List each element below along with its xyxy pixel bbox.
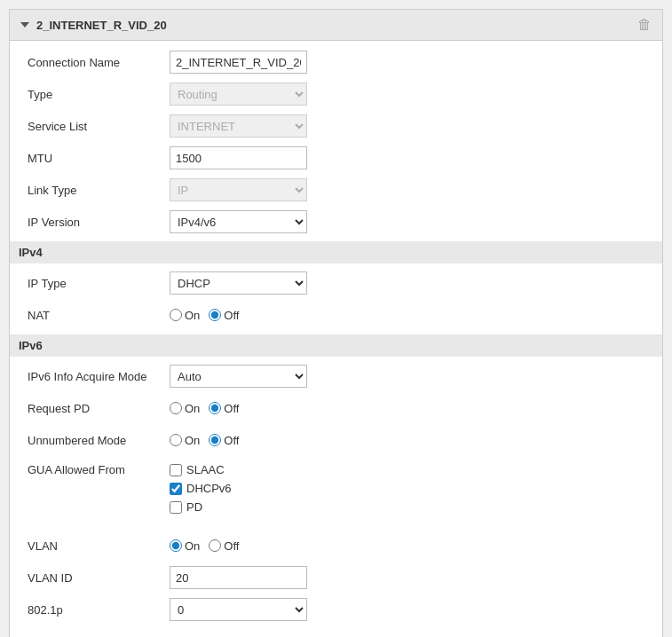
unnumbered-on-label[interactable]: On bbox=[170, 434, 200, 447]
connection-name-input[interactable] bbox=[170, 51, 307, 74]
link-type-select[interactable]: IP bbox=[170, 178, 307, 201]
dot1p-row: 802.1p 0 1 2 3 4 5 6 7 bbox=[28, 597, 644, 622]
unnumbered-mode-radio-group: On Off bbox=[170, 434, 239, 447]
ipv6-acquire-row: IPv6 Info Acquire Mode Auto Manual bbox=[28, 364, 644, 389]
service-list-label: Service List bbox=[28, 120, 170, 133]
type-row: Type Routing bbox=[28, 82, 644, 106]
section-header: 2_INTERNET_R_VID_20 🗑 bbox=[10, 10, 662, 41]
service-list-select[interactable]: INTERNET bbox=[170, 114, 307, 138]
ip-version-select[interactable]: IPv4/v6 IPv4 IPv6 bbox=[170, 210, 307, 233]
vlan-label: VLAN bbox=[28, 539, 170, 553]
vlan-id-input[interactable] bbox=[170, 566, 307, 589]
unnumbered-mode-row: Unnumbered Mode On Off bbox=[28, 428, 644, 452]
gua-allowed-label: GUA Allowed From bbox=[28, 463, 170, 476]
type-label: Type bbox=[28, 88, 170, 101]
nat-off-radio[interactable] bbox=[209, 309, 221, 321]
mtu-input[interactable] bbox=[170, 146, 307, 169]
section-title: 2_INTERNET_R_VID_20 bbox=[36, 19, 167, 32]
type-select[interactable]: Routing bbox=[170, 83, 307, 106]
request-pd-on-radio[interactable] bbox=[170, 402, 182, 414]
request-pd-row: Request PD On Off bbox=[28, 396, 644, 421]
gua-pd-label[interactable]: PD bbox=[170, 500, 232, 514]
ip-version-row: IP Version IPv4/v6 IPv4 IPv6 bbox=[28, 209, 644, 234]
vlan-radio-group: On Off bbox=[170, 539, 239, 553]
gua-allowed-options: SLAAC DHCPv6 PD bbox=[170, 463, 232, 519]
gua-allowed-row: GUA Allowed From SLAAC DHCPv6 PD bbox=[28, 460, 644, 519]
ipv4-section-header: IPv4 bbox=[10, 241, 662, 263]
form-body: Connection Name Type Routing Service Lis… bbox=[10, 41, 662, 637]
connection-name-row: Connection Name bbox=[28, 50, 644, 75]
connection-name-label: Connection Name bbox=[28, 56, 170, 69]
link-type-row: Link Type IP bbox=[28, 177, 644, 202]
request-pd-label: Request PD bbox=[28, 402, 170, 415]
mtu-label: MTU bbox=[28, 152, 170, 165]
nat-off-label[interactable]: Off bbox=[209, 309, 239, 322]
vlan-off-radio[interactable] bbox=[209, 539, 221, 552]
vlan-off-label[interactable]: Off bbox=[209, 539, 239, 553]
mtu-row: MTU bbox=[28, 145, 644, 170]
vlan-on-radio[interactable] bbox=[170, 539, 182, 552]
nat-on-radio[interactable] bbox=[170, 309, 182, 321]
nat-radio-group: On Off bbox=[170, 309, 239, 322]
vlan-id-label: VLAN ID bbox=[28, 571, 170, 585]
ipv6-section-header: IPv6 bbox=[10, 334, 662, 357]
ipv6-acquire-select[interactable]: Auto Manual bbox=[170, 365, 307, 388]
vlan-on-label[interactable]: On bbox=[170, 539, 200, 553]
service-list-row: Service List INTERNET bbox=[28, 114, 644, 138]
gua-dhcpv6-label[interactable]: DHCPv6 bbox=[170, 482, 232, 495]
delete-icon[interactable]: 🗑 bbox=[637, 17, 652, 33]
gua-slaac-label[interactable]: SLAAC bbox=[170, 463, 232, 476]
ipv6-acquire-label: IPv6 Info Acquire Mode bbox=[28, 370, 170, 383]
gua-slaac-checkbox[interactable] bbox=[170, 464, 182, 476]
ip-version-label: IP Version bbox=[28, 216, 170, 229]
nat-on-label[interactable]: On bbox=[170, 309, 200, 322]
request-pd-off-label[interactable]: Off bbox=[209, 402, 239, 415]
gua-pd-checkbox[interactable] bbox=[170, 501, 182, 514]
unnumbered-on-radio[interactable] bbox=[170, 434, 182, 446]
link-type-label: Link Type bbox=[28, 184, 170, 197]
unnumbered-mode-label: Unnumbered Mode bbox=[28, 434, 170, 447]
nat-label: NAT bbox=[28, 309, 170, 322]
request-pd-off-radio[interactable] bbox=[209, 402, 221, 414]
gua-dhcpv6-checkbox[interactable] bbox=[170, 483, 182, 495]
ip-type-label: IP Type bbox=[28, 277, 170, 290]
dot1p-label: 802.1p bbox=[28, 603, 170, 617]
ip-type-select[interactable]: DHCP Static PPPoE bbox=[170, 271, 307, 295]
nat-row: NAT On Off bbox=[28, 303, 644, 327]
unnumbered-off-radio[interactable] bbox=[209, 434, 221, 446]
vlan-row: VLAN On Off bbox=[28, 533, 644, 558]
unnumbered-off-label[interactable]: Off bbox=[209, 434, 239, 447]
vlan-id-row: VLAN ID bbox=[28, 565, 644, 590]
dot1p-select[interactable]: 0 1 2 3 4 5 6 7 bbox=[170, 598, 307, 621]
request-pd-radio-group: On Off bbox=[170, 402, 239, 415]
ip-type-row: IP Type DHCP Static PPPoE bbox=[28, 271, 644, 295]
chevron-down-icon[interactable] bbox=[20, 22, 29, 28]
request-pd-on-label[interactable]: On bbox=[170, 402, 200, 415]
